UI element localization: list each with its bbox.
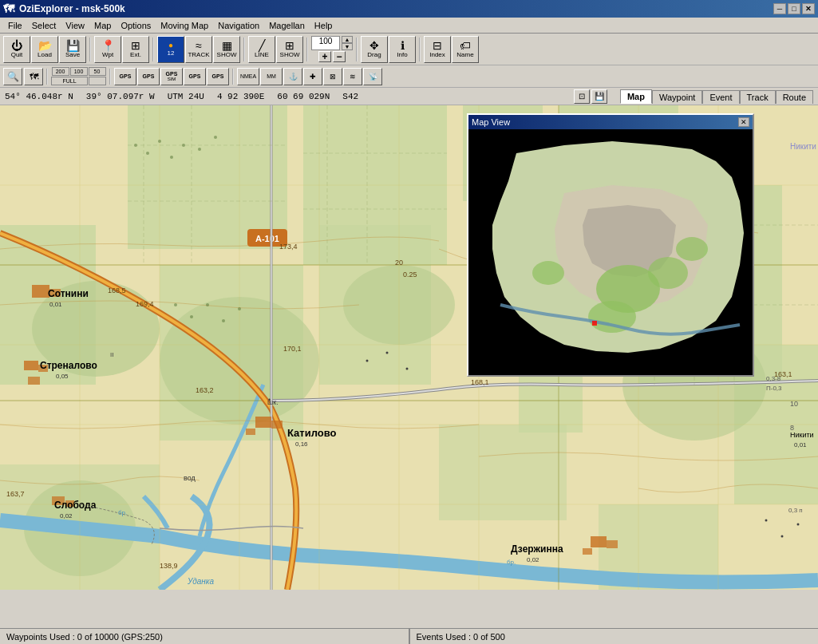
- crosshair-button[interactable]: ✚: [303, 68, 322, 85]
- gps-btn-1[interactable]: GPS: [114, 68, 136, 85]
- map-view-close-button[interactable]: ✕: [738, 117, 749, 127]
- menu-view[interactable]: View: [61, 19, 89, 32]
- utm-northing: 60 69 029N: [277, 92, 330, 101]
- load-button[interactable]: 📂 Load: [31, 36, 58, 63]
- map-area[interactable]: А-101: [0, 105, 818, 590]
- nmea-button[interactable]: NMEA: [237, 68, 259, 85]
- grid-button[interactable]: ⊠: [323, 68, 342, 85]
- info-label: Info: [397, 52, 407, 58]
- close-button[interactable]: ✕: [802, 3, 815, 14]
- svg-text:138,9: 138,9: [160, 562, 178, 570]
- menu-navigation[interactable]: Navigation: [213, 19, 264, 32]
- maximize-button[interactable]: □: [788, 3, 800, 14]
- plus-button[interactable]: +: [318, 51, 331, 62]
- line-button[interactable]: ╱ LINE: [248, 36, 275, 63]
- ext-label: Ext.: [130, 52, 141, 58]
- menu-help[interactable]: Help: [310, 19, 338, 32]
- zoom-full-button[interactable]: FULL: [51, 77, 88, 85]
- zoom-down-button[interactable]: ▼: [342, 43, 353, 50]
- anchor-button[interactable]: ⚓: [283, 68, 302, 85]
- tab-route[interactable]: Route: [776, 90, 813, 104]
- zoom-fit-button[interactable]: [89, 77, 106, 85]
- name-button[interactable]: 🏷 Name: [452, 36, 479, 63]
- minimize-button[interactable]: ─: [773, 3, 786, 14]
- map-view-content: [468, 129, 753, 375]
- toolbar-group-3: ● 12 ≈ TRACK ▦ SHOW: [157, 36, 240, 63]
- gps-btn-5[interactable]: GPS: [207, 68, 229, 85]
- svg-point-102: [366, 360, 369, 362]
- svg-rect-42: [28, 377, 40, 385]
- track-button[interactable]: ● 12: [157, 36, 184, 63]
- menu-magellan[interactable]: Magellan: [264, 19, 310, 32]
- index-button[interactable]: ⊟ Index: [424, 36, 451, 63]
- tab-event[interactable]: Event: [702, 90, 739, 104]
- tab-track[interactable]: Track: [740, 90, 776, 104]
- svg-rect-12: [439, 425, 567, 520]
- zoom-up-button[interactable]: ▲: [342, 36, 353, 43]
- info-icon: ℹ: [401, 40, 405, 51]
- svg-text:20: 20: [395, 259, 403, 267]
- gps-btn-4[interactable]: GPS: [184, 68, 206, 85]
- zoom-200-button[interactable]: 200: [52, 67, 69, 76]
- tab-waypoint[interactable]: Waypoint: [652, 90, 702, 104]
- menu-select[interactable]: Select: [27, 19, 61, 32]
- map-view-title: Map View: [472, 117, 510, 127]
- svg-point-62: [238, 307, 241, 310]
- map-view-popup: Map View ✕: [467, 113, 754, 377]
- svg-text:Стреналово: Стреналово: [40, 360, 97, 371]
- tb2-icon2[interactable]: 🗺: [24, 68, 43, 85]
- svg-point-53: [158, 140, 161, 143]
- minus-button[interactable]: −: [333, 51, 346, 62]
- show2-button[interactable]: ⊞ SHOW: [276, 36, 303, 63]
- coord-icon2[interactable]: 💾: [591, 89, 607, 104]
- toolbar-group-1: ⏻ Quit 📂 Load 💾 Save: [3, 36, 86, 63]
- track-count: 12: [168, 50, 175, 57]
- zoom-100-button[interactable]: 100: [70, 67, 88, 76]
- drag-label: Drag: [367, 52, 381, 58]
- ext-button[interactable]: ⊞ Ext.: [122, 36, 149, 63]
- svg-point-108: [797, 523, 800, 526]
- track-draw-button[interactable]: ≈ TRACK: [185, 36, 212, 63]
- toolbar-group-5: ✥ Drag ℹ Info: [361, 36, 416, 63]
- mm-button[interactable]: MM: [260, 68, 283, 85]
- tab-bar: Map Waypoint Event Track Route: [620, 89, 813, 104]
- signal-button[interactable]: 📡: [363, 68, 382, 85]
- wave-button[interactable]: ≋: [343, 68, 362, 85]
- svg-text:170,1: 170,1: [283, 345, 302, 353]
- waypoint-label: Wpt: [102, 52, 113, 58]
- track-icon: ●: [168, 41, 173, 49]
- tab-map[interactable]: Map: [620, 89, 652, 104]
- separator-2: [152, 38, 154, 61]
- save-icon: 💾: [66, 40, 80, 51]
- toolbar-group-4: ╱ LINE ⊞ SHOW: [248, 36, 303, 63]
- menu-options[interactable]: Options: [116, 19, 156, 32]
- gps-btn-2[interactable]: GPS: [137, 68, 160, 85]
- quit-icon: ⏻: [11, 40, 22, 51]
- svg-rect-155: [592, 321, 597, 326]
- save-button[interactable]: 💾 Save: [59, 36, 86, 63]
- svg-text:Сотнини: Сотнини: [48, 288, 89, 299]
- zoom-50-button[interactable]: 50: [89, 67, 106, 76]
- tb2-icon1[interactable]: 🔍: [3, 68, 22, 85]
- index-label: Index: [429, 52, 445, 58]
- svg-text:бр.: бр.: [507, 559, 516, 566]
- info-button[interactable]: ℹ Info: [389, 36, 416, 63]
- separator-tb2-3: [232, 69, 234, 85]
- load-icon: 📂: [38, 40, 52, 51]
- menu-file[interactable]: File: [3, 19, 27, 32]
- coord-icon1[interactable]: ⊡: [574, 89, 590, 104]
- title-bar-title: 🗺 OziExplorer - msk-500k: [3, 2, 125, 15]
- zoom-input[interactable]: 100: [311, 36, 340, 50]
- menu-moving-map[interactable]: Moving Map: [156, 19, 213, 32]
- menu-map[interactable]: Map: [89, 19, 116, 32]
- gps-btn-3[interactable]: GPSSIM: [160, 68, 183, 85]
- drag-button[interactable]: ✥ Drag: [361, 36, 388, 63]
- svg-text:0,16: 0,16: [295, 441, 308, 448]
- waypoint-button[interactable]: 📍 Wpt: [94, 36, 121, 63]
- toolbar-group-6: ⊟ Index 🏷 Name: [424, 36, 479, 63]
- svg-text:бр.: бр.: [118, 509, 127, 516]
- show-button[interactable]: ▦ SHOW: [213, 36, 240, 63]
- svg-rect-47: [607, 540, 618, 548]
- app-icon: 🗺: [3, 2, 14, 15]
- quit-button[interactable]: ⏻ Quit: [3, 36, 30, 63]
